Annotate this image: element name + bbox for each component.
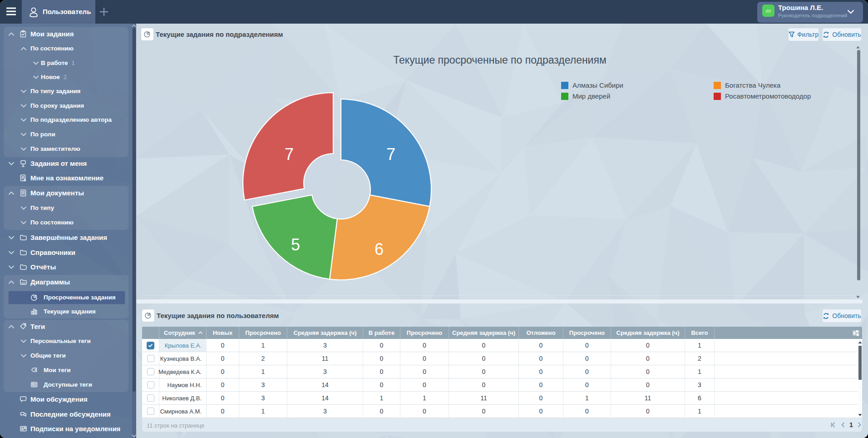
svg-text:5: 5: [291, 235, 300, 254]
svg-text:7: 7: [386, 145, 395, 164]
svg-text:6: 6: [375, 240, 384, 259]
svg-text:7: 7: [285, 145, 294, 164]
